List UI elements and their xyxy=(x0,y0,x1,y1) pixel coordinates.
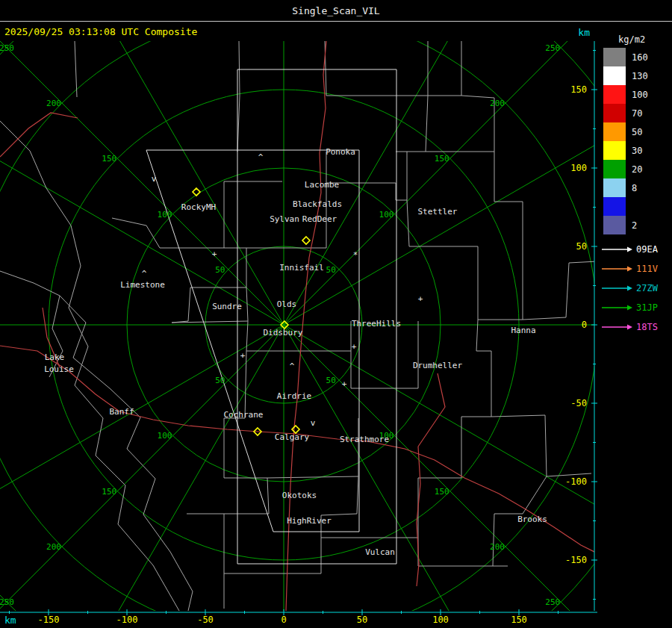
legend-station-label: 111V xyxy=(636,264,658,274)
range-label: 150 xyxy=(435,154,449,164)
city-label: RockyMH xyxy=(181,202,216,212)
city-label: Limestone xyxy=(120,280,165,290)
legend-value-label: 130 xyxy=(632,71,648,81)
city-label: Strathmore xyxy=(340,435,389,444)
scan-area-outline xyxy=(237,69,396,564)
scan-area-outlines xyxy=(146,69,396,564)
legend-color-box xyxy=(603,85,626,104)
city-label: Blackfalds xyxy=(293,199,342,209)
map-symbol: v xyxy=(152,174,157,184)
axis-tick-label: -150 xyxy=(565,555,587,565)
range-label: 250 xyxy=(545,43,560,53)
axis-tick-label: -100 xyxy=(116,615,138,625)
county-boundary xyxy=(172,287,190,323)
city-label: Innisfail xyxy=(279,263,324,273)
legend-color-box xyxy=(603,160,626,178)
legend-value-label: 20 xyxy=(632,164,642,175)
county-boundary xyxy=(267,476,358,478)
city-label: ThreeHills xyxy=(352,319,401,329)
highway xyxy=(0,113,78,157)
city-label: Hanna xyxy=(511,326,535,335)
legend-station-label: 31JP xyxy=(636,302,658,313)
axis-tick-label: 50 xyxy=(357,615,367,625)
radial-line xyxy=(284,112,653,325)
legend-color-box xyxy=(603,48,626,66)
station-arrow-head xyxy=(627,267,632,272)
map-symbol: + xyxy=(240,351,246,361)
range-label: 150 xyxy=(102,487,116,497)
county-boundary xyxy=(246,248,248,351)
timestamp: 2025/09/25 03:13:08 UTC Composite xyxy=(4,26,197,37)
range-label: 200 xyxy=(490,99,505,108)
city-label: Brooks xyxy=(517,514,547,524)
map-symbol: ^ xyxy=(258,152,264,162)
legend-station-label: 09EA xyxy=(636,244,659,255)
county-boundary xyxy=(409,246,478,320)
axis-tick-label: 100 xyxy=(570,163,587,173)
range-label: 200 xyxy=(490,542,505,552)
range-label: 100 xyxy=(158,431,172,441)
county-boundary xyxy=(494,152,523,202)
legend-value-label: 30 xyxy=(632,146,642,156)
axis-tick-label: 100 xyxy=(432,615,449,625)
station-arrow-head xyxy=(627,305,632,311)
legend-color-box xyxy=(603,178,626,197)
radar-site-marker xyxy=(302,237,310,244)
legend-value-label: 160 xyxy=(632,52,648,63)
county-boundary xyxy=(461,417,491,478)
county-boundary xyxy=(75,41,77,97)
county-boundary xyxy=(476,320,491,417)
legend-unit-label: kg/m2 xyxy=(618,34,645,45)
axis-tick-label: -150 xyxy=(38,615,60,625)
city-label: HighRiver xyxy=(287,516,332,526)
radial-line xyxy=(284,325,653,538)
legend-station-label: 18TS xyxy=(636,322,658,332)
city-label: Sylvan xyxy=(270,214,299,224)
city-label: Okotoks xyxy=(282,491,317,500)
county-boundary xyxy=(491,415,547,476)
county-boundary xyxy=(407,152,409,246)
range-label: 250 xyxy=(0,43,14,53)
county-boundary xyxy=(0,121,179,611)
map-symbol: * xyxy=(353,250,358,260)
county-boundary xyxy=(478,261,597,320)
county-boundary xyxy=(112,218,224,248)
radial-line xyxy=(0,112,284,325)
city-label: Ponoka xyxy=(326,147,355,157)
window-title: Single_Scan_VIL xyxy=(292,5,379,16)
map-symbol: + xyxy=(418,294,423,304)
range-label: 50 xyxy=(215,265,225,275)
radial-line xyxy=(284,0,497,325)
city-label: Drumheller xyxy=(413,361,463,370)
city-label: Olds xyxy=(277,299,297,309)
county-boundary xyxy=(224,478,269,514)
city-label: Calgary xyxy=(275,432,310,442)
title-bar: Single_Scan_VIL xyxy=(0,0,672,22)
city-label: Louise xyxy=(44,364,74,374)
city-label: Sundre xyxy=(212,302,242,311)
map-symbol: + xyxy=(342,379,347,389)
radar-display: 5010015020025050100150200250501001502002… xyxy=(0,0,672,628)
range-label: 50 xyxy=(215,376,225,385)
county-boundary xyxy=(0,271,193,611)
city-label: Didsbury xyxy=(264,328,303,338)
radial-line xyxy=(71,325,284,628)
axis-tick-label: 150 xyxy=(511,615,527,625)
range-label: 200 xyxy=(46,99,61,108)
range-label: 250 xyxy=(0,597,14,607)
city-label: Lacombe xyxy=(305,180,339,190)
city-label: Lake xyxy=(45,352,65,362)
legend-value-label: 70 xyxy=(632,108,642,119)
station-arrow-head xyxy=(627,325,632,330)
axis-tick-label: 50 xyxy=(576,241,587,252)
legend-value-label: 50 xyxy=(632,127,642,137)
bottom-axis-unit-label: km xyxy=(4,615,16,626)
range-label: 150 xyxy=(435,487,449,497)
legend-station-label: 27ZW xyxy=(636,283,659,293)
city-label: Stettler xyxy=(418,207,458,217)
city-labels: PonokaLacombeBlackfaldsSylvanRedDeerRock… xyxy=(44,147,547,557)
legend-value-label: 8 xyxy=(632,183,637,193)
radial-line xyxy=(0,325,284,626)
map-symbol: + xyxy=(352,342,357,352)
legend-value-label: 2 xyxy=(632,220,637,231)
